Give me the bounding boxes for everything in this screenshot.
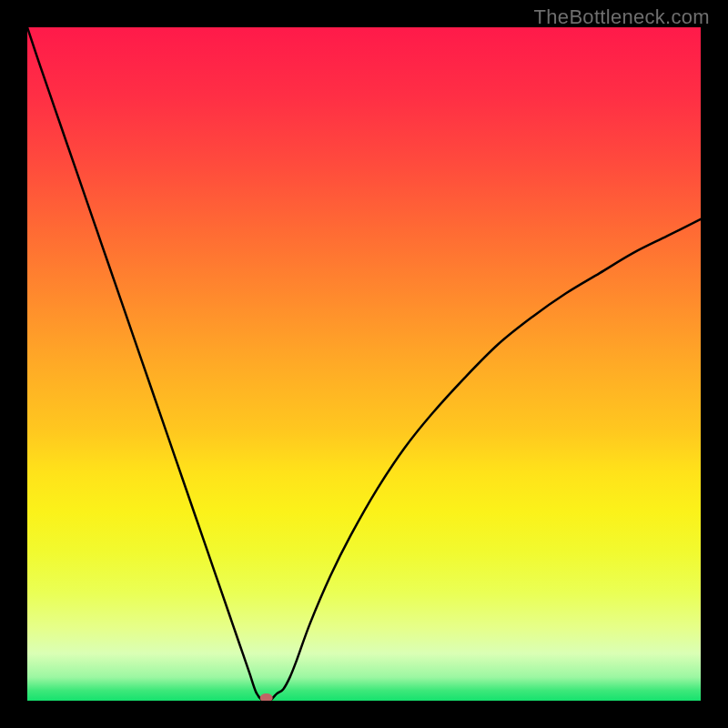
- gradient-background: [27, 27, 701, 701]
- plot-area: [27, 27, 701, 701]
- chart-svg: [27, 27, 701, 701]
- chart-frame: TheBottleneck.com: [0, 0, 728, 728]
- watermark-text: TheBottleneck.com: [534, 5, 710, 29]
